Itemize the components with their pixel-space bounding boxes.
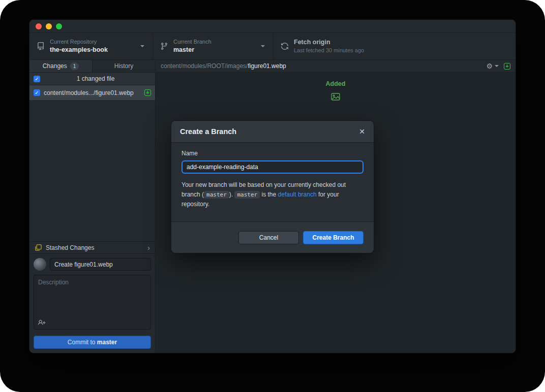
repo-value: the-examples-book (50, 46, 108, 54)
dialog-header: Create a Branch ✕ (171, 121, 374, 143)
tab-changes[interactable]: Changes 1 (29, 60, 93, 72)
branch-code-pill: master (234, 191, 260, 199)
chevron-down-icon (495, 65, 499, 67)
branch-name-input[interactable] (181, 160, 364, 174)
file-name: content/modules.../figure01.webp (44, 89, 141, 96)
diff-header: content/modules/ROOT/images/figure01.web… (156, 60, 516, 73)
tab-history[interactable]: History (93, 60, 155, 72)
header-added-status-icon: + (504, 63, 510, 70)
close-button[interactable] (36, 23, 42, 29)
stash-icon (35, 244, 42, 251)
dialog-description: Your new branch will be based on your cu… (181, 180, 364, 210)
changes-count-badge: 1 (70, 62, 79, 70)
default-branch-link[interactable]: default branch (278, 191, 317, 198)
tab-changes-label: Changes (43, 62, 67, 70)
minimize-button[interactable] (46, 23, 52, 29)
commit-button-branch: master (97, 339, 117, 346)
gear-icon: ⚙ (486, 62, 493, 70)
file-path-name: figure01.webp (248, 62, 286, 70)
file-added-status-icon: + (144, 89, 151, 96)
changed-files-summary: 1 changed file (40, 75, 151, 82)
file-checkbox[interactable]: ✓ (34, 89, 40, 96)
chevron-right-icon: › (147, 244, 150, 251)
add-coauthor-button[interactable] (38, 319, 46, 326)
image-icon (331, 93, 340, 101)
stashed-changes-label: Stashed Changes (46, 244, 144, 251)
cancel-button[interactable]: Cancel (238, 231, 299, 244)
sidebar: Changes 1 History ✓ 1 changed file ✓ con… (29, 60, 156, 353)
added-status-label: Added (326, 80, 346, 87)
fetch-sublabel: Last fetched 30 minutes ago (294, 47, 364, 54)
sidebar-tabs: Changes 1 History (29, 60, 155, 73)
branch-value: master (173, 46, 211, 54)
avatar (34, 258, 46, 271)
fetch-origin-button[interactable]: Fetch origin Last fetched 30 minutes ago (274, 33, 516, 59)
fetch-text: Fetch origin Last fetched 30 minutes ago (294, 38, 364, 54)
diff-settings-button[interactable]: ⚙ (486, 62, 499, 70)
desktop-background: Current Repository the-examples-book Cur… (0, 0, 545, 392)
branch-text: Current Branch master (173, 38, 211, 54)
dialog-footer: Cancel Create Branch (171, 221, 374, 253)
file-list-empty-area (29, 100, 155, 241)
titlebar (29, 20, 516, 33)
commit-summary-row (34, 258, 151, 271)
commit-description-input[interactable] (34, 275, 151, 330)
branch-code-pill: master (204, 191, 229, 199)
repo-label: Current Repository (50, 38, 108, 46)
tab-history-label: History (114, 62, 133, 70)
stashed-changes-row[interactable]: Stashed Changes › (29, 241, 155, 254)
create-branch-button[interactable]: Create Branch (303, 231, 364, 244)
zoom-button[interactable] (56, 23, 62, 29)
changed-file-row[interactable]: ✓ content/modules.../figure01.webp + (29, 85, 155, 100)
branch-name-label: Name (181, 150, 364, 157)
commit-description-box (34, 275, 151, 332)
current-branch-dropdown[interactable]: Current Branch master (153, 33, 274, 59)
file-path-dir: content/modules/ROOT/images/ (161, 62, 248, 70)
dialog-title: Create a Branch (180, 127, 359, 136)
commit-button[interactable]: Commit to master (34, 336, 151, 349)
traffic-lights (36, 23, 62, 29)
dialog-close-button[interactable]: ✕ (359, 128, 365, 135)
file-path: content/modules/ROOT/images/figure01.web… (161, 62, 481, 70)
branch-icon (160, 42, 168, 50)
repo-text: Current Repository the-examples-book (50, 38, 108, 54)
desc-text: is the (260, 191, 278, 198)
dialog-body: Name Your new branch will be based on yo… (171, 143, 374, 221)
changed-files-summary-row: ✓ 1 changed file (29, 73, 155, 85)
select-all-checkbox[interactable]: ✓ (34, 76, 40, 82)
fetch-label: Fetch origin (294, 38, 364, 47)
chevron-down-icon (140, 45, 144, 47)
create-branch-dialog: Create a Branch ✕ Name Your new branch w… (171, 121, 374, 253)
branch-label: Current Branch (173, 38, 211, 46)
sync-icon (281, 42, 289, 50)
chevron-down-icon (261, 45, 265, 47)
desc-text: ). (229, 191, 235, 198)
repo-icon (37, 42, 45, 50)
commit-button-prefix: Commit to (68, 339, 97, 346)
commit-summary-input[interactable] (50, 258, 151, 271)
current-repository-dropdown[interactable]: Current Repository the-examples-book (29, 33, 153, 59)
commit-form: Commit to master (29, 254, 155, 353)
toolbar: Current Repository the-examples-book Cur… (29, 33, 516, 60)
